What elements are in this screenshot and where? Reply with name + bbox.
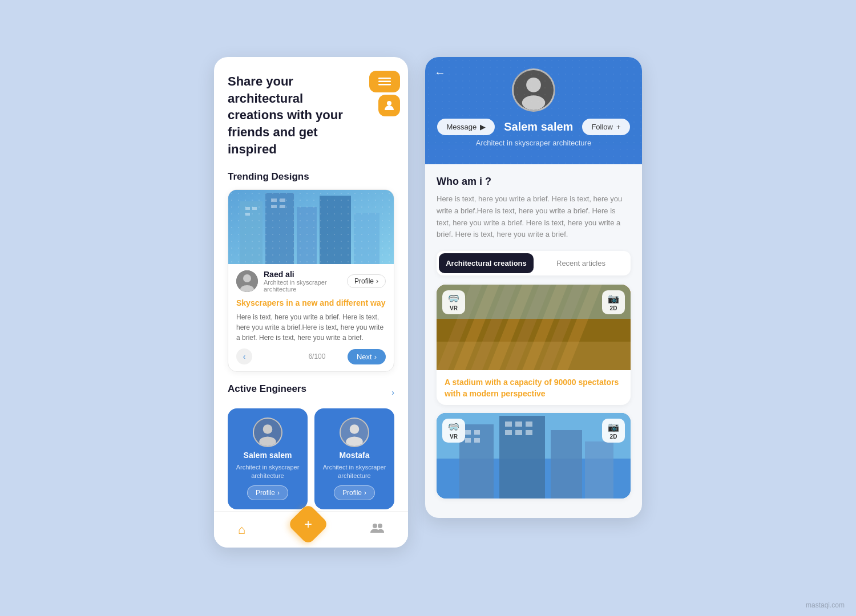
svg-point-26 bbox=[373, 524, 377, 528]
svg-point-27 bbox=[378, 524, 382, 528]
arrow-right-icon: › bbox=[376, 277, 378, 285]
2d-badge-0: 📷 2D bbox=[602, 290, 625, 314]
creation-card-1: 🥽 VR 📷 2D bbox=[437, 413, 631, 499]
profile-arrow-icon-1: › bbox=[364, 489, 366, 497]
tab-architectural-creations[interactable]: Architectural creations bbox=[439, 253, 534, 273]
profile-header: ← Message ▶ Salem salem Follow + Archite… bbox=[425, 57, 642, 164]
trending-profile-button[interactable]: Profile › bbox=[347, 274, 386, 288]
engineer-profile-button-1[interactable]: Profile › bbox=[334, 485, 375, 500]
user-info: Raed ali Architect in skyscraper archite… bbox=[264, 270, 341, 293]
who-am-i-title: Who am i ? bbox=[437, 176, 631, 188]
trending-section-title: Trending Designs bbox=[228, 171, 394, 183]
home-icon[interactable]: ⌂ bbox=[238, 522, 245, 537]
who-am-i-text: Here is text, here you write a brief. He… bbox=[437, 193, 631, 241]
user-role: Architect in skyscraper architecture bbox=[264, 279, 341, 293]
engineers-grid: Salem salem Architect in skyscraper arch… bbox=[228, 408, 394, 509]
svg-rect-32 bbox=[437, 342, 631, 370]
hero-title: Share your architectural creations with … bbox=[228, 73, 359, 157]
active-engineers-header: Active Engineers › bbox=[228, 383, 394, 402]
svg-point-24 bbox=[350, 425, 360, 435]
engineer-name-0: Salem salem bbox=[244, 451, 292, 460]
trending-pagination: ‹ 6/100 Next › bbox=[236, 348, 386, 364]
trending-post-text: Here is text, here you write a brief. He… bbox=[236, 312, 386, 343]
left-screen: Share your architectural creations with … bbox=[214, 57, 408, 548]
user-name: Raed ali bbox=[264, 270, 341, 279]
engineer-avatar-1 bbox=[340, 418, 369, 447]
trending-user-bar: Raed ali Architect in skyscraper archite… bbox=[228, 264, 394, 298]
camera-icon-0: 📷 bbox=[608, 293, 619, 304]
engineer-card-1: Mostafa Architect in skyscraper architec… bbox=[314, 408, 394, 509]
next-arrow-icon: › bbox=[374, 352, 377, 361]
back-button[interactable]: ← bbox=[434, 66, 446, 79]
hero-icons bbox=[369, 71, 400, 116]
vr-badge-0: 🥽 VR bbox=[442, 290, 465, 314]
tab-recent-articles[interactable]: Recent articles bbox=[534, 253, 628, 273]
svg-point-3 bbox=[387, 101, 391, 106]
engineer-profile-button-0[interactable]: Profile › bbox=[247, 485, 288, 500]
users-icon[interactable] bbox=[370, 522, 384, 537]
svg-rect-39 bbox=[585, 441, 613, 499]
svg-point-25 bbox=[346, 437, 363, 447]
bottom-nav: ⌂ + bbox=[214, 511, 408, 548]
user-avatar bbox=[236, 270, 258, 292]
engineer-card-0: Salem salem Architect in skyscraper arch… bbox=[228, 408, 308, 509]
creation-image-1: 🥽 VR 📷 2D bbox=[437, 413, 631, 499]
engineer-role-0: Architect in skyscraper architecture bbox=[235, 463, 301, 480]
vr-icon-1: 🥽 bbox=[448, 422, 459, 432]
image-badges-1: 🥽 VR 📷 2D bbox=[442, 419, 625, 443]
trending-card: Raed ali Architect in skyscraper archite… bbox=[228, 189, 394, 372]
hero-header: Share your architectural creations with … bbox=[228, 73, 394, 157]
profile-arrow-icon-0: › bbox=[277, 489, 280, 497]
vr-icon: 🥽 bbox=[448, 293, 459, 304]
creation-image-0: 🥽 VR 📷 2D bbox=[437, 285, 631, 370]
person-icon bbox=[378, 95, 400, 116]
active-engineers-title: Active Engineers bbox=[228, 383, 306, 395]
vr-badge-1: 🥽 VR bbox=[442, 419, 465, 443]
2d-badge-1: 📷 2D bbox=[602, 419, 625, 443]
engineer-role-1: Architect in skyscraper architecture bbox=[321, 463, 387, 480]
page-count: 6/100 bbox=[274, 352, 325, 360]
svg-rect-0 bbox=[378, 78, 391, 79]
right-screen: ← Message ▶ Salem salem Follow + Archite… bbox=[425, 57, 642, 518]
engineer-name-1: Mostafa bbox=[340, 451, 370, 460]
see-more-arrow-icon[interactable]: › bbox=[391, 388, 394, 397]
creation-card-0: 🥽 VR 📷 2D A stadium with a capacity of 9… bbox=[437, 285, 631, 405]
svg-point-22 bbox=[259, 437, 276, 447]
trending-image bbox=[228, 190, 394, 264]
svg-rect-1 bbox=[378, 81, 391, 83]
camera-icon-1: 📷 bbox=[608, 422, 619, 432]
watermark: mastaqi.com bbox=[806, 601, 845, 609]
right-content: Who am i ? Here is text, here you write … bbox=[425, 164, 642, 518]
prev-button[interactable]: ‹ bbox=[236, 348, 252, 364]
next-button[interactable]: Next › bbox=[348, 349, 386, 364]
trending-body: Skyscrapers in a new and different way H… bbox=[228, 298, 394, 371]
tabs-container: Architectural creations Recent articles bbox=[437, 251, 631, 275]
svg-point-18 bbox=[243, 274, 251, 282]
svg-point-21 bbox=[263, 425, 273, 435]
svg-rect-2 bbox=[378, 84, 391, 86]
trending-post-title: Skyscrapers in a new and different way bbox=[236, 298, 386, 307]
image-badges-0: 🥽 VR 📷 2D bbox=[442, 290, 625, 314]
engineer-avatar-0 bbox=[253, 418, 282, 447]
creation-title-0: A stadium with a capacity of 90000 spect… bbox=[437, 370, 631, 405]
menu-icon bbox=[369, 71, 400, 92]
